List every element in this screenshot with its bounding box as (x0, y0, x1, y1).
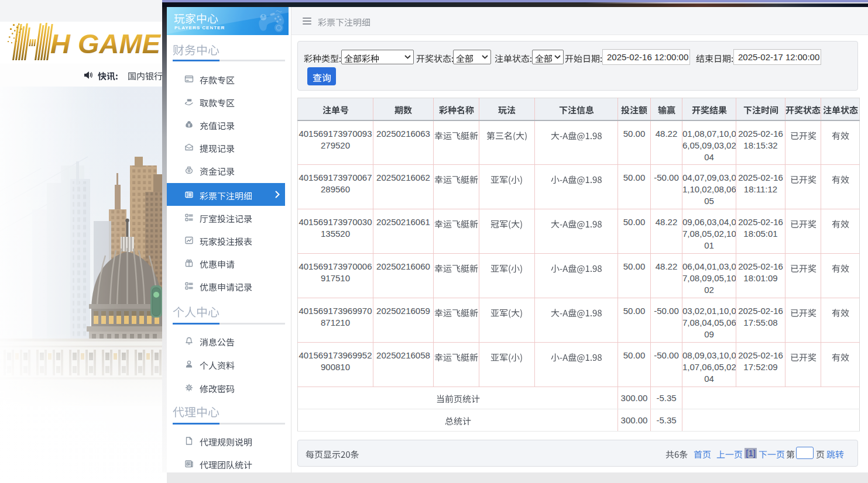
svg-text:H GAME: H GAME (50, 28, 162, 59)
